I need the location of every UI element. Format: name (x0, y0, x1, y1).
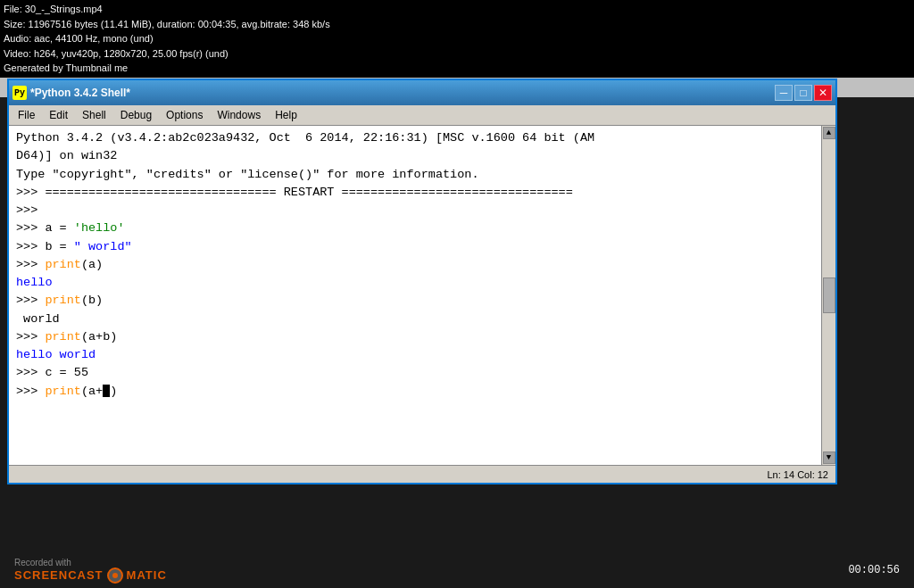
screencast-dot (112, 573, 118, 578)
menu-help[interactable]: Help (268, 107, 304, 123)
screencast-bar: Recorded with SCREENCAST MATIC 00:00:56 (0, 552, 914, 588)
python-shell-window: Py *Python 3.4.2 Shell* ─ □ ✕ File Edit … (7, 79, 837, 484)
scroll-track-bottom (822, 314, 835, 451)
audio-info: Audio: aac, 44100 Hz, mono (und) (4, 31, 910, 46)
recorded-with-text: Recorded with (14, 558, 71, 567)
screencast-logo-area: Recorded with SCREENCAST MATIC (14, 558, 167, 584)
scroll-up-button[interactable]: ▲ (823, 127, 835, 139)
python-platform-line: D64)] on win32 (16, 147, 814, 165)
status-text: Ln: 14 Col: 12 (768, 469, 829, 480)
shell-content[interactable]: Python 3.4.2 (v3.4.2:ab2c023a9432, Oct 6… (9, 126, 821, 465)
scroll-track (822, 140, 835, 277)
file-name: File: 30_-_Strings.mp4 (4, 2, 910, 17)
python-info-line: Type "copyright", "credits" or "license(… (16, 166, 814, 184)
video-info: Video: h264, yuv420p, 1280x720, 25.00 fp… (4, 46, 910, 62)
title-bar: Py *Python 3.4.2 Shell* ─ □ ✕ (9, 80, 835, 105)
generator-info: Generated by Thumbnail me (4, 61, 910, 76)
menu-debug[interactable]: Debug (113, 107, 159, 123)
shell-content-wrap: Python 3.4.2 (v3.4.2:ab2c023a9432, Oct 6… (9, 126, 821, 465)
empty-prompt-line: >>> (16, 202, 814, 219)
timer-display: 00:00:56 (848, 564, 900, 576)
line-print-a-partial: >>> print(a+) (16, 383, 814, 401)
restart-line: >>> ================================ RES… (16, 184, 814, 202)
line-print-b: >>> print(b) (16, 292, 814, 310)
meta-bar: File: 30_-_Strings.mp4 Size: 11967516 by… (0, 0, 914, 78)
screencast-name-right: MATIC (127, 568, 167, 582)
menu-file[interactable]: File (11, 107, 42, 123)
line-a-assign: >>> a = 'hello' (16, 219, 814, 237)
screencast-name-left: SCREENCAST (14, 568, 104, 582)
scrollbar[interactable]: ▲ ▼ (821, 126, 835, 465)
minimize-button[interactable]: ─ (775, 85, 793, 101)
output-world: world (16, 311, 814, 328)
line-print-a: >>> print(a) (16, 256, 814, 274)
python-icon: Py (12, 86, 27, 100)
window-title: *Python 3.4.2 Shell* (30, 87, 130, 99)
close-button[interactable]: ✕ (814, 85, 832, 101)
menu-options[interactable]: Options (159, 107, 210, 123)
menu-bar: File Edit Shell Debug Options Windows He… (9, 105, 835, 126)
line-b-assign: >>> b = " world" (16, 238, 814, 256)
menu-edit[interactable]: Edit (42, 107, 75, 123)
menu-windows[interactable]: Windows (210, 107, 268, 123)
screencast-brand: SCREENCAST MATIC (14, 567, 167, 584)
line-c-assign: >>> c = 55 (16, 364, 814, 382)
status-bar: Ln: 14 Col: 12 (9, 465, 835, 483)
title-bar-left: Py *Python 3.4.2 Shell* (12, 86, 130, 100)
python-version-line: Python 3.4.2 (v3.4.2:ab2c023a9432, Oct 6… (16, 129, 814, 147)
output-hello: hello (16, 274, 814, 292)
size-info: Size: 11967516 bytes (11.41 MiB), durati… (4, 17, 910, 32)
content-area: Python 3.4.2 (v3.4.2:ab2c023a9432, Oct 6… (9, 126, 835, 465)
line-print-ab: >>> print(a+b) (16, 328, 814, 346)
scroll-thumb[interactable] (823, 277, 835, 313)
window-controls: ─ □ ✕ (775, 85, 832, 101)
menu-shell[interactable]: Shell (75, 107, 113, 123)
maximize-button[interactable]: □ (794, 85, 812, 101)
screencast-circle-icon (107, 567, 123, 584)
scroll-down-button[interactable]: ▼ (823, 451, 835, 464)
output-hello-world: hello world (16, 346, 814, 364)
